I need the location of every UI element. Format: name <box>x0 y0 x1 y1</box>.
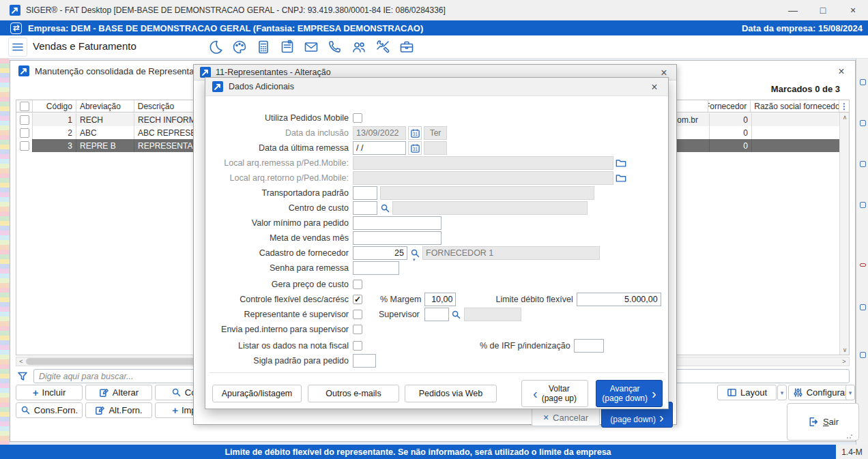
scroll-down-icon[interactable]: ∨ <box>840 345 850 355</box>
row-checkbox[interactable] <box>20 115 29 125</box>
mail-icon[interactable] <box>302 38 320 56</box>
briefcase-icon[interactable] <box>398 38 416 56</box>
cancelar-label: Cancelar <box>553 413 588 423</box>
chevron-right-icon: › <box>652 387 656 400</box>
calendar-icon[interactable]: 31 <box>408 126 422 140</box>
cell-razao <box>752 139 841 152</box>
dialog-title: Dados Adicionais <box>229 82 294 91</box>
valor-minimo-input[interactable] <box>353 216 442 230</box>
background-window-strip <box>0 59 10 445</box>
cons-forn-button[interactable]: Cons.Forn. <box>16 402 83 418</box>
field-envia-ped-interno: Envia ped.interno para supervisor <box>205 323 668 336</box>
search-icon[interactable] <box>450 308 463 321</box>
centro-custo-input[interactable] <box>353 201 377 215</box>
app-icon <box>10 5 20 16</box>
search-icon <box>171 387 182 398</box>
field-label: Listar os dados na nota fiscal <box>205 341 349 351</box>
alterar-label: Alterar <box>113 387 139 398</box>
utiliza-pedidos-mobile-checkbox[interactable] <box>353 113 362 123</box>
header-codigo[interactable]: Código <box>33 100 76 112</box>
browse-close-icon[interactable]: × <box>835 65 848 78</box>
menu-hamburger-icon[interactable] <box>8 38 27 57</box>
senha-remessa-input[interactable] <box>353 261 399 275</box>
cell-codigo: 3 <box>33 139 76 152</box>
filter-funnel-icon[interactable] <box>16 369 29 383</box>
field-representante-supervisor: Representante é supervisor Supervisor <box>205 308 668 321</box>
cell-codigo: 1 <box>33 113 76 126</box>
company-date: Data da empresa: 15/08/2024 <box>742 23 863 33</box>
gera-preco-checkbox[interactable] <box>353 280 362 289</box>
data-ultima-remessa-input[interactable] <box>353 141 406 155</box>
header-razao-social[interactable]: Razão social fornecedor <box>751 100 839 112</box>
version-label: 1.4-M <box>836 445 868 459</box>
cadastro-fornecedor-input[interactable] <box>353 246 407 260</box>
listar-dados-checkbox[interactable] <box>353 341 362 351</box>
header-abreviacao[interactable]: Abreviação <box>76 100 134 112</box>
resize-grip[interactable] <box>846 432 853 439</box>
header-fornecedor[interactable]: Fornecedor <box>708 100 751 112</box>
minimize-button[interactable]: — <box>778 0 808 20</box>
envia-ped-interno-checkbox[interactable] <box>353 325 362 334</box>
field-sigla-padrao: Sigla padrão para pedido <box>205 354 668 368</box>
palette-icon[interactable] <box>231 38 248 56</box>
browse-window-title: Manutenção consolidada de Representantes <box>35 66 211 76</box>
notes-icon[interactable] <box>278 38 296 56</box>
close-button[interactable]: × <box>838 0 868 20</box>
avancar-label: Avançar <box>610 384 640 394</box>
moon-icon[interactable] <box>207 38 225 56</box>
scroll-up-icon[interactable]: ∧ <box>840 113 850 122</box>
pedidos-via-web-button[interactable]: Pedidos via Web <box>405 385 497 402</box>
folder-icon[interactable] <box>615 156 627 170</box>
field-cadastro-fornecedor: Cadastro de fornecedor ▾ <box>205 246 668 260</box>
alterar-button[interactable]: Alterar <box>85 385 152 400</box>
calendar-icon[interactable]: 31 <box>408 141 422 155</box>
avancar-button[interactable]: Avançar(page down) › <box>596 380 663 407</box>
incluir-button[interactable]: + Incluir <box>16 385 83 400</box>
column-menu-icon[interactable]: ⋮ <box>839 100 849 112</box>
transportadora-input[interactable] <box>353 186 377 200</box>
app-titlebar: SIGER® - FAT Desktop [DEM-BASE DE DEMONS… <box>0 0 868 20</box>
search-icon[interactable] <box>379 201 391 215</box>
sigla-padrao-input[interactable] <box>353 354 376 368</box>
alt-forn-button[interactable]: Alt.Forn. <box>85 402 152 418</box>
maximize-button[interactable]: □ <box>808 0 838 20</box>
scroll-left-icon[interactable]: < <box>16 357 26 366</box>
cell-abreviacao: RECH <box>76 113 134 126</box>
configurar-button[interactable]: Configurar <box>788 385 852 400</box>
field-data-ultima-remessa: Data da última remessa 31 <box>205 141 668 155</box>
controle-flexivel-checkbox[interactable] <box>353 295 362 304</box>
margem-input[interactable] <box>424 293 456 306</box>
search-icon[interactable]: ▾ <box>409 246 421 260</box>
field-label: Controle flexível desc/acrésc <box>205 295 349 304</box>
outer-dialog-title: 11-Representantes - Alteração <box>216 68 331 77</box>
tools-icon[interactable] <box>374 38 392 56</box>
window-title: SIGER® - FAT Desktop [DEM-BASE DE DEMONS… <box>26 5 446 15</box>
limite-debito-input[interactable] <box>577 293 661 306</box>
select-all-checkbox[interactable] <box>20 102 29 111</box>
calculator-icon[interactable] <box>255 38 272 56</box>
scroll-right-icon[interactable]: > <box>839 357 849 366</box>
layout-dropdown-icon[interactable]: ▾ <box>777 385 787 400</box>
configurar-dropdown-icon[interactable]: ▾ <box>845 385 855 400</box>
folder-icon[interactable] <box>615 171 627 185</box>
switch-company-icon[interactable] <box>10 23 22 34</box>
representante-supervisor-checkbox[interactable] <box>353 310 362 319</box>
cell-codigo: 2 <box>33 126 76 139</box>
layout-button[interactable]: Layout <box>717 385 777 400</box>
row-checkbox[interactable] <box>20 141 29 151</box>
dialog-close-icon[interactable]: × <box>648 80 661 94</box>
irf-input[interactable] <box>574 339 604 353</box>
apuracao-listagem-button[interactable]: Apuração/listagem <box>212 385 302 402</box>
voltar-button[interactable]: ‹ Voltar(page up) <box>521 380 588 407</box>
sair-label: Sair <box>823 417 839 427</box>
users-icon[interactable] <box>350 38 368 56</box>
phone-icon[interactable] <box>326 38 344 56</box>
data-inclusao-input <box>353 126 406 140</box>
meta-vendas-input[interactable] <box>353 231 442 245</box>
plus-icon: + <box>33 387 39 398</box>
outros-emails-button[interactable]: Outros e-mails <box>308 385 399 402</box>
supervisor-input[interactable] <box>424 308 449 321</box>
row-checkbox[interactable] <box>20 128 29 138</box>
vertical-scrollbar[interactable]: ∧ ∨ <box>839 113 849 355</box>
status-message: Limite de débito flexível do representan… <box>225 447 611 457</box>
